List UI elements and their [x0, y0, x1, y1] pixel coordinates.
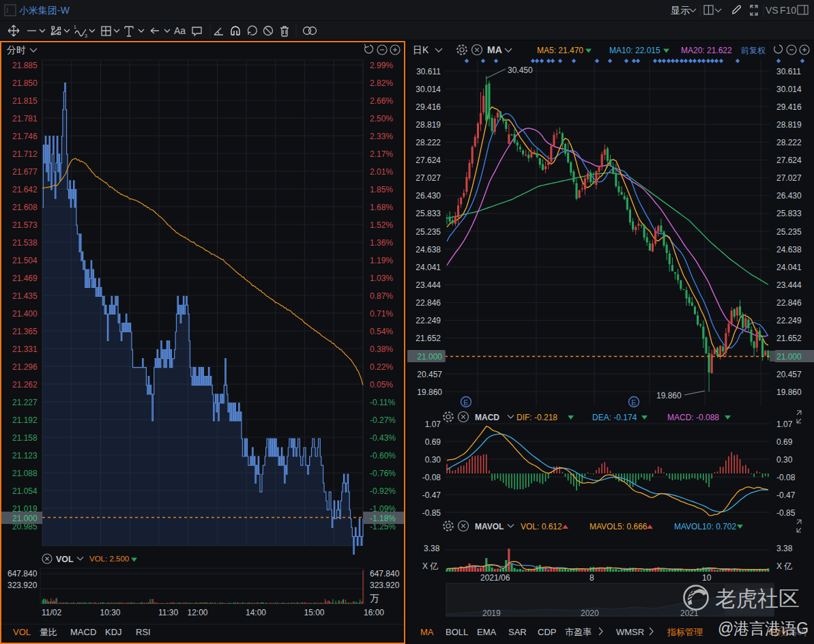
- svg-text:21.435: 21.435: [12, 291, 38, 301]
- svg-text:21.192: 21.192: [12, 415, 38, 425]
- svg-text:显示: 显示: [671, 5, 690, 16]
- svg-text:MA20: 21.622: MA20: 21.622: [681, 46, 732, 55]
- svg-text:21.296: 21.296: [12, 362, 38, 372]
- svg-text:21.158: 21.158: [12, 433, 38, 443]
- svg-text:MA5: 21.470: MA5: 21.470: [537, 46, 583, 55]
- svg-text:X 亿: X 亿: [776, 561, 792, 571]
- svg-text:16:00: 16:00: [364, 608, 384, 617]
- svg-text:21.746: 21.746: [12, 132, 38, 141]
- svg-text:0.54%: 0.54%: [370, 327, 393, 336]
- svg-text:21.642: 21.642: [12, 185, 38, 194]
- svg-text:MA: MA: [487, 44, 502, 55]
- svg-text:21.400: 21.400: [12, 309, 38, 319]
- svg-text:2.66%: 2.66%: [370, 96, 393, 106]
- svg-text:28.819: 28.819: [416, 120, 441, 130]
- svg-text:小米集团-W: 小米集团-W: [19, 5, 70, 16]
- svg-text:-0.85: -0.85: [422, 508, 441, 518]
- svg-text:0.38%: 0.38%: [370, 345, 393, 354]
- svg-text:15:00: 15:00: [304, 608, 325, 617]
- svg-text:21.000: 21.000: [12, 514, 38, 523]
- svg-text:VS: VS: [766, 5, 779, 16]
- svg-text:SAR: SAR: [508, 627, 527, 637]
- svg-text:8: 8: [590, 573, 594, 583]
- svg-text:F10: F10: [780, 5, 796, 16]
- svg-text:2021/06: 2021/06: [480, 573, 510, 583]
- svg-text:0.05%: 0.05%: [370, 380, 393, 390]
- svg-text:@港言港语G: @港言港语G: [718, 619, 809, 637]
- svg-text:MAVOL: MAVOL: [475, 522, 504, 531]
- svg-text:0.71%: 0.71%: [370, 309, 393, 319]
- svg-text:1.36%: 1.36%: [370, 238, 393, 248]
- svg-text:27.027: 27.027: [416, 173, 441, 183]
- svg-text:21.608: 21.608: [12, 203, 38, 212]
- svg-text:MACD: -0.088: MACD: -0.088: [667, 413, 719, 422]
- svg-text:24.638: 24.638: [776, 245, 802, 254]
- svg-text:-0.27%: -0.27%: [370, 415, 396, 425]
- svg-text:2.33%: 2.33%: [370, 132, 393, 141]
- svg-text:25.235: 25.235: [776, 227, 802, 237]
- svg-text:KDJ: KDJ: [105, 627, 122, 637]
- svg-text:23.444: 23.444: [776, 280, 802, 290]
- svg-text:1.68%: 1.68%: [370, 203, 393, 212]
- svg-text:21.331: 21.331: [12, 345, 38, 354]
- svg-text:市盈率: 市盈率: [565, 627, 592, 637]
- svg-text:CDP: CDP: [538, 627, 556, 637]
- svg-text:MACD: MACD: [475, 413, 499, 422]
- svg-text:12:00: 12:00: [188, 608, 208, 617]
- svg-text:0.30: 0.30: [776, 455, 793, 465]
- svg-text:老虎社区: 老虎社区: [715, 587, 800, 611]
- svg-text:量比: 量比: [40, 627, 57, 637]
- svg-text:20.457: 20.457: [417, 370, 442, 379]
- svg-text:2020: 2020: [581, 609, 599, 618]
- svg-text:前复权: 前复权: [741, 46, 766, 55]
- svg-text:24.638: 24.638: [416, 245, 441, 254]
- svg-text:25.833: 25.833: [416, 209, 441, 218]
- svg-text:2.82%: 2.82%: [370, 78, 393, 88]
- svg-text:21.000: 21.000: [776, 352, 802, 362]
- svg-text:2.99%: 2.99%: [370, 61, 393, 70]
- svg-text:10: 10: [702, 573, 712, 583]
- svg-text:21.538: 21.538: [12, 238, 38, 248]
- svg-text:22.846: 22.846: [776, 298, 802, 308]
- svg-text:0.69: 0.69: [425, 437, 441, 447]
- svg-text:21.504: 21.504: [12, 256, 38, 265]
- svg-text:21.781: 21.781: [12, 114, 38, 123]
- svg-text:0.69: 0.69: [776, 437, 793, 447]
- svg-text:BOLL: BOLL: [446, 627, 468, 637]
- svg-text:21.677: 21.677: [12, 167, 38, 177]
- svg-text:26.430: 26.430: [416, 191, 441, 201]
- svg-text:21.227: 21.227: [12, 398, 38, 407]
- svg-text:1.52%: 1.52%: [370, 220, 393, 230]
- svg-text:27.027: 27.027: [776, 173, 802, 183]
- svg-text:21.365: 21.365: [12, 327, 38, 336]
- svg-text:19.860: 19.860: [776, 387, 802, 397]
- svg-text:22.249: 22.249: [776, 316, 802, 325]
- svg-text:E: E: [463, 398, 468, 407]
- svg-text:VOL: VOL: [56, 555, 74, 564]
- svg-text:日K: 日K: [413, 44, 429, 55]
- svg-text:21.850: 21.850: [12, 78, 38, 88]
- svg-text:20.457: 20.457: [776, 370, 802, 379]
- svg-text:22.846: 22.846: [416, 298, 441, 308]
- svg-text:21.262: 21.262: [12, 380, 38, 390]
- svg-text:21.885: 21.885: [12, 61, 38, 70]
- svg-text:2019: 2019: [482, 609, 501, 618]
- svg-text:21.123: 21.123: [12, 451, 38, 460]
- svg-text:DEA: -0.174: DEA: -0.174: [592, 413, 637, 422]
- svg-text:30.014: 30.014: [416, 85, 441, 94]
- svg-text:VOL: 0.612: VOL: 0.612: [521, 522, 562, 531]
- svg-text:647.840: 647.840: [8, 569, 38, 579]
- svg-text:22.249: 22.249: [416, 316, 441, 325]
- svg-text:11:30: 11:30: [158, 608, 178, 617]
- svg-text:分时: 分时: [7, 44, 26, 55]
- svg-text:21.652: 21.652: [776, 334, 802, 343]
- svg-text:3.38: 3.38: [776, 544, 793, 553]
- svg-text:MACD: MACD: [70, 627, 96, 637]
- svg-text:-0.47: -0.47: [776, 491, 796, 500]
- svg-text:1.19%: 1.19%: [370, 256, 393, 265]
- svg-text:21.573: 21.573: [12, 220, 38, 230]
- svg-text:-0.76%: -0.76%: [370, 469, 396, 478]
- svg-text:30.611: 30.611: [776, 67, 801, 76]
- svg-text:3: 3: [85, 33, 87, 38]
- svg-text:2.01%: 2.01%: [370, 167, 393, 177]
